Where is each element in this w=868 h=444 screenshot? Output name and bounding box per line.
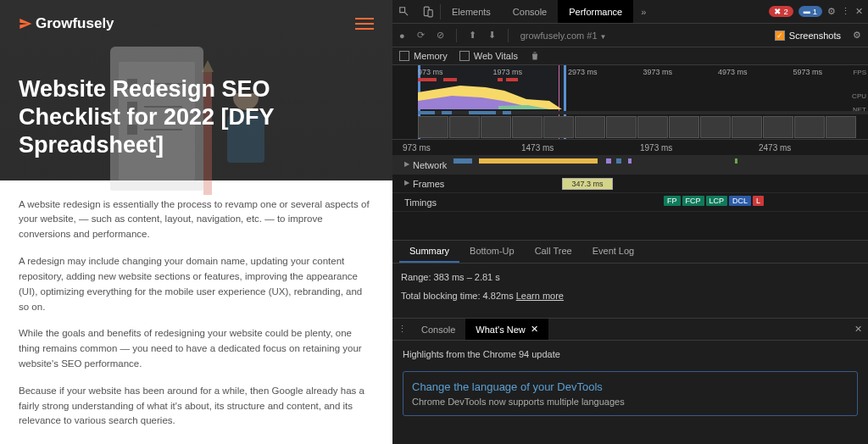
- whatsnew-heading: Highlights from the Chrome 94 update: [403, 349, 858, 359]
- webpage-pane: Growfusely Website Redesign SEO Checklis…: [0, 0, 392, 444]
- timings-row[interactable]: Timings FP FCP LCP DCL L: [392, 192, 868, 211]
- frames-row[interactable]: ▶Frames 347.3 ms: [392, 174, 868, 192]
- capture-settings-icon[interactable]: ⚙: [853, 30, 861, 41]
- timing-l[interactable]: L: [753, 196, 764, 206]
- network-row[interactable]: ▶Network: [392, 155, 868, 174]
- drawer-tabstrip: ⋮ Console What's New ✕ ✕: [392, 319, 868, 341]
- overview-ruler: 973 ms1973 ms2973 ms3973 ms4973 ms5973 m…: [418, 68, 868, 76]
- range-text: Range: 383 ms – 2.81 s: [401, 272, 860, 282]
- kebab-menu-icon[interactable]: ⋮: [841, 6, 850, 17]
- drawer-close-icon[interactable]: ✕: [848, 324, 868, 335]
- whatsnew-card[interactable]: Change the language of your DevTools Chr…: [403, 371, 858, 416]
- frame-block[interactable]: 347.3 ms: [562, 178, 613, 190]
- trash-icon[interactable]: [530, 51, 540, 61]
- cpu-strip: [418, 84, 868, 109]
- drawer-panel: ⋮ Console What's New ✕ ✕ Highlights from…: [392, 319, 868, 444]
- paragraph: While the goals and benefits of redesign…: [19, 326, 374, 371]
- thumb[interactable]: [732, 116, 762, 138]
- devtools-tabstrip: Elements Console Performance » ✖2 ▬1 ⚙ ⋮…: [392, 0, 868, 24]
- thumb[interactable]: [575, 116, 605, 138]
- thumb[interactable]: [826, 116, 856, 138]
- tab-eventlog[interactable]: Event Log: [582, 241, 645, 263]
- timing-dcl[interactable]: DCL: [729, 196, 751, 206]
- timing-fcp[interactable]: FCP: [682, 196, 704, 206]
- memory-checkbox[interactable]: Memory: [399, 51, 448, 61]
- timing-fp[interactable]: FP: [664, 196, 681, 206]
- thumb[interactable]: [481, 116, 511, 138]
- tab-bottomup[interactable]: Bottom-Up: [459, 241, 525, 263]
- thumb[interactable]: [606, 116, 637, 138]
- learn-more-link[interactable]: Learn more: [516, 291, 564, 301]
- drawer-menu-icon[interactable]: ⋮: [392, 324, 411, 335]
- expand-icon[interactable]: ▶: [404, 179, 409, 189]
- timeline-ruler: 973 ms1473 ms1973 ms2473 ms: [392, 140, 868, 155]
- page-title: Website Redesign SEO Checklist for 2022 …: [19, 75, 374, 159]
- hero-section: Growfusely Website Redesign SEO Checklis…: [0, 0, 392, 180]
- tab-console[interactable]: Console: [502, 0, 558, 23]
- inspect-icon[interactable]: [392, 6, 416, 18]
- expand-icon[interactable]: ▶: [404, 160, 409, 170]
- clear-button[interactable]: ⊘: [437, 30, 444, 41]
- thumb[interactable]: [763, 116, 793, 138]
- timeline-panel: 973 ms1473 ms1973 ms2473 ms ▶Network ▶Fr…: [392, 140, 868, 240]
- thumb[interactable]: [794, 116, 825, 138]
- settings-icon[interactable]: ⚙: [827, 6, 836, 17]
- thumb[interactable]: [418, 116, 448, 138]
- download-icon[interactable]: ⬇: [488, 30, 496, 41]
- performance-toolbar: ● ⟳ ⊘ ⬆ ⬇ growfusely.com #1 ▼ ✓Screensho…: [392, 24, 868, 47]
- svg-rect-1: [428, 9, 432, 16]
- overview-panel[interactable]: 973 ms1973 ms2973 ms3973 ms4973 ms5973 m…: [392, 65, 868, 140]
- timing-lcp[interactable]: LCP: [706, 196, 728, 206]
- paragraph: A redesign may include changing your dom…: [19, 254, 374, 314]
- devtools-pane: Elements Console Performance » ✖2 ▬1 ⚙ ⋮…: [392, 0, 868, 444]
- thumb[interactable]: [669, 116, 699, 138]
- hamburger-menu-icon[interactable]: [355, 18, 374, 30]
- blocking-time-text: Total blocking time: 4.82ms Learn more: [401, 291, 860, 301]
- tab-performance[interactable]: Performance: [558, 0, 633, 23]
- thumb[interactable]: [637, 116, 668, 138]
- close-icon[interactable]: ✕: [855, 6, 863, 17]
- summary-tabstrip: Summary Bottom-Up Call Tree Event Log: [392, 240, 868, 264]
- close-tab-icon[interactable]: ✕: [531, 324, 538, 335]
- warning-badge[interactable]: ▬1: [798, 6, 822, 17]
- thumb[interactable]: [700, 116, 731, 138]
- net-strip: [418, 111, 868, 114]
- performance-options: Memory Web Vitals: [392, 47, 868, 65]
- paragraph: A website redesign is essentially the pr…: [19, 197, 374, 242]
- thumb[interactable]: [512, 116, 542, 138]
- error-badge[interactable]: ✖2: [769, 6, 793, 17]
- details-panel: Summary Bottom-Up Call Tree Event Log Ra…: [392, 240, 868, 319]
- webvitals-checkbox[interactable]: Web Vitals: [459, 51, 518, 61]
- recording-url[interactable]: growfusely.com #1 ▼: [520, 31, 763, 41]
- drawer-tab-console[interactable]: Console: [411, 319, 465, 340]
- card-title: Change the language of your DevTools: [412, 380, 849, 393]
- site-logo[interactable]: Growfusely: [19, 15, 114, 32]
- tab-calltree[interactable]: Call Tree: [525, 241, 582, 263]
- tab-summary[interactable]: Summary: [399, 241, 459, 263]
- article-body: A website redesign is essentially the pr…: [0, 180, 392, 444]
- upload-icon[interactable]: ⬆: [469, 30, 476, 41]
- paragraph: Because if your website has been around …: [19, 384, 374, 429]
- thumb[interactable]: [449, 116, 480, 138]
- paper-plane-icon: [19, 17, 32, 31]
- drawer-tab-whatsnew[interactable]: What's New ✕: [465, 319, 548, 340]
- fps-strip: [418, 78, 868, 81]
- thumb[interactable]: [543, 116, 574, 138]
- reload-button[interactable]: ⟳: [417, 30, 425, 41]
- more-tabs-icon[interactable]: »: [633, 7, 654, 17]
- paragraph: When you do a major revamp — such as a r…: [19, 441, 374, 444]
- tab-elements[interactable]: Elements: [441, 0, 502, 23]
- device-toggle-icon[interactable]: [416, 6, 440, 18]
- screenshots-checkbox[interactable]: ✓Screenshots: [775, 31, 841, 41]
- card-subtitle: Chrome DevTools now supports multiple la…: [412, 397, 849, 407]
- screenshot-thumbs: [418, 116, 868, 138]
- record-button[interactable]: ●: [399, 31, 405, 41]
